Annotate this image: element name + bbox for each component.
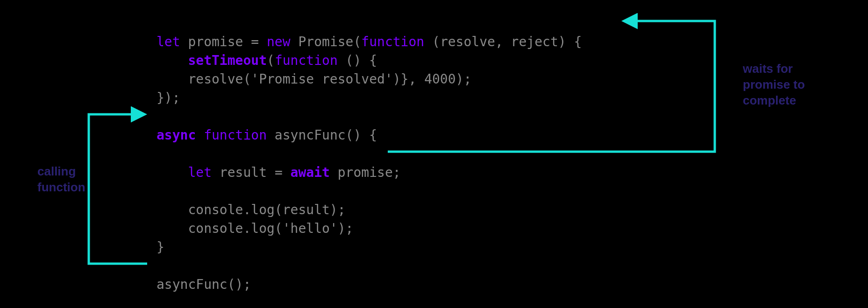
code-line-3: resolve('Promise resolved')}, 4000); — [157, 71, 471, 87]
keyword-function: function — [361, 34, 424, 49]
code-line-12: } — [157, 239, 164, 255]
keyword-function: function — [275, 53, 338, 68]
code-block: let promise = new Promise(function (reso… — [157, 14, 582, 308]
keyword-function: function — [204, 127, 267, 143]
keyword-let: let — [157, 34, 180, 49]
keyword-new: new — [267, 34, 291, 49]
code-line-11: console.log('hello'); — [157, 221, 353, 236]
keyword-settimeout: setTimeout — [188, 53, 267, 68]
code-line-4: }); — [157, 90, 180, 105]
code-line-10: console.log(result); — [157, 202, 346, 217]
keyword-let: let — [188, 165, 212, 180]
code-line-6: async function asyncFunc() { — [157, 127, 377, 143]
arrow-calling-function — [89, 114, 147, 264]
keyword-async: async — [157, 127, 196, 143]
code-line-8: let result = await promise; — [157, 165, 401, 180]
code-line-1: let promise = new Promise(function (reso… — [157, 34, 582, 49]
code-line-14: asyncFunc(); — [157, 277, 251, 292]
annotation-waits-for-promise: waits for promise to complete — [743, 61, 805, 108]
annotation-calling-function: calling function — [37, 163, 85, 195]
keyword-await: await — [291, 165, 330, 180]
diagram-stage: let promise = new Promise(function (reso… — [0, 0, 868, 308]
code-line-2: setTimeout(function () { — [157, 53, 377, 68]
